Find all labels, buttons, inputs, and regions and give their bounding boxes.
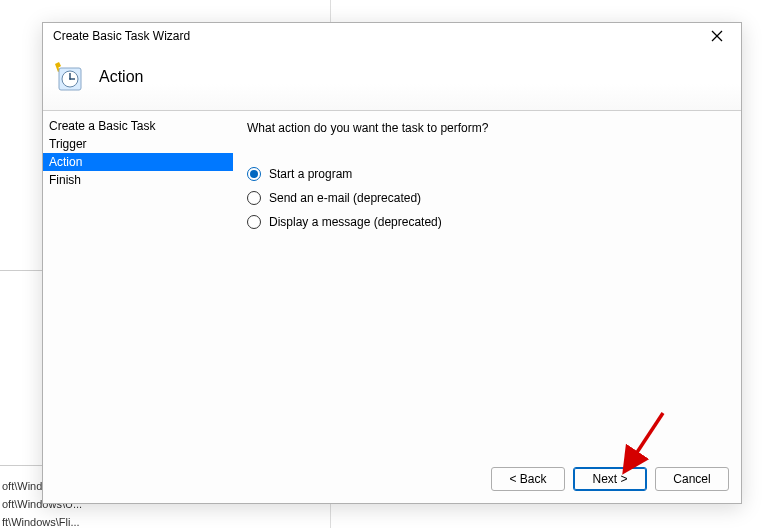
sidebar-item-trigger[interactable]: Trigger	[43, 135, 233, 153]
close-button[interactable]	[703, 26, 731, 46]
radio-label: Display a message (deprecated)	[269, 215, 442, 229]
radio-icon	[247, 215, 261, 229]
titlebar: Create Basic Task Wizard	[43, 23, 741, 45]
radio-send-email[interactable]: Send an e-mail (deprecated)	[247, 191, 727, 205]
back-button[interactable]: < Back	[491, 467, 565, 491]
dialog-title: Create Basic Task Wizard	[53, 29, 190, 43]
sidebar-item-create-basic-task[interactable]: Create a Basic Task	[43, 117, 233, 135]
wizard-dialog: Create Basic Task Wizard Action Create a…	[42, 22, 742, 504]
next-button[interactable]: Next >	[573, 467, 647, 491]
cancel-button[interactable]: Cancel	[655, 467, 729, 491]
wizard-header: Action	[43, 45, 741, 111]
wizard-footer: < Back Next > Cancel	[43, 461, 741, 503]
radio-label: Start a program	[269, 167, 352, 181]
radio-start-program[interactable]: Start a program	[247, 167, 727, 181]
wizard-body: Create a Basic Task Trigger Action Finis…	[43, 111, 741, 461]
sidebar-item-action[interactable]: Action	[43, 153, 233, 171]
wizard-content: What action do you want the task to perf…	[233, 111, 741, 461]
step-heading: Action	[99, 68, 143, 86]
sidebar-item-finish[interactable]: Finish	[43, 171, 233, 189]
wizard-sidebar: Create a Basic Task Trigger Action Finis…	[43, 111, 233, 461]
action-prompt: What action do you want the task to perf…	[247, 121, 727, 135]
bg-path-3: ft\Windows\Fli...	[2, 516, 80, 528]
radio-display-message[interactable]: Display a message (deprecated)	[247, 215, 727, 229]
radio-icon	[247, 167, 261, 181]
bg-path-1: oft\Wind	[2, 480, 42, 492]
wizard-clock-icon	[51, 60, 83, 92]
radio-icon	[247, 191, 261, 205]
close-icon	[711, 30, 723, 42]
svg-point-7	[69, 78, 71, 80]
radio-label: Send an e-mail (deprecated)	[269, 191, 421, 205]
